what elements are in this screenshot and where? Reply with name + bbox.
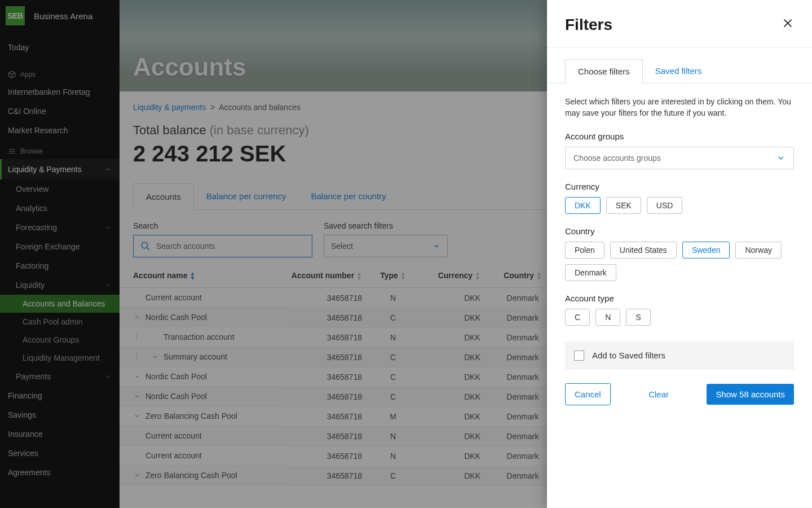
clear-button[interactable]: Clear: [639, 384, 678, 405]
account-groups-select[interactable]: Choose accounts groups: [565, 147, 794, 169]
currency-chip-dkk[interactable]: DKK: [565, 197, 601, 214]
type-chip-n[interactable]: N: [595, 309, 620, 326]
add-to-saved-row[interactable]: Add to Saved filters: [565, 341, 794, 370]
type-chip-s[interactable]: S: [626, 309, 650, 326]
label-currency: Currency: [565, 182, 794, 191]
drawer-title: Filters: [565, 16, 612, 34]
country-chip-polen[interactable]: Polen: [565, 242, 604, 259]
currency-chip-sek[interactable]: SEK: [606, 197, 641, 214]
label-country: Country: [565, 226, 794, 236]
country-chip-united-states[interactable]: United States: [610, 242, 677, 259]
show-accounts-button[interactable]: Show 58 accounts: [707, 384, 794, 405]
type-chip-c[interactable]: C: [565, 309, 590, 326]
country-chip-norway[interactable]: Norway: [735, 242, 781, 259]
drawer-tab-choose[interactable]: Choose filters: [565, 59, 643, 84]
label-account-groups: Account groups: [565, 132, 794, 141]
country-chip-denmark[interactable]: Denmark: [565, 264, 616, 281]
drawer-intro: Select which filters you are interested …: [565, 96, 794, 119]
currency-chip-usd[interactable]: USD: [647, 197, 683, 214]
close-icon: [782, 17, 794, 29]
cancel-button[interactable]: Cancel: [565, 383, 611, 405]
add-to-saved-checkbox[interactable]: [574, 351, 584, 361]
label-account-type: Account type: [565, 294, 794, 303]
drawer-tab-saved[interactable]: Saved filters: [643, 59, 714, 83]
chevron-down-icon: [776, 154, 785, 163]
filters-drawer: Filters Choose filters Saved filters Sel…: [547, 0, 812, 508]
country-chip-sweden[interactable]: Sweden: [682, 242, 730, 259]
close-button[interactable]: [782, 17, 794, 33]
